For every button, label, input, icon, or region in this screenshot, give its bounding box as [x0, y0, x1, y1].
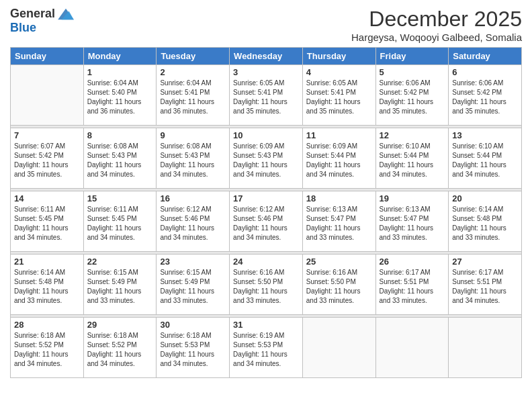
day-number: 25 [306, 257, 372, 267]
calendar-cell: 20Sunrise: 6:14 AM Sunset: 5:48 PM Dayli… [449, 191, 522, 252]
day-number: 1 [87, 67, 153, 77]
calendar-cell: 7Sunrise: 6:07 AM Sunset: 5:42 PM Daylig… [11, 128, 84, 189]
calendar-cell: 26Sunrise: 6:17 AM Sunset: 5:51 PM Dayli… [375, 255, 449, 315]
weekday-header: Saturday [449, 48, 522, 65]
day-info: Sunrise: 6:11 AM Sunset: 5:45 PM Dayligh… [14, 205, 80, 242]
calendar-cell: 14Sunrise: 6:11 AM Sunset: 5:45 PM Dayli… [11, 191, 84, 252]
logo-blue-text: Blue [10, 21, 36, 35]
day-info: Sunrise: 6:04 AM Sunset: 5:40 PM Dayligh… [87, 79, 153, 116]
weekday-header: Thursday [302, 48, 375, 65]
day-number: 27 [452, 257, 518, 267]
day-number: 23 [160, 257, 226, 267]
weekday-header: Sunday [11, 48, 84, 65]
day-number: 30 [160, 320, 226, 330]
calendar-week-row: 7Sunrise: 6:07 AM Sunset: 5:42 PM Daylig… [11, 128, 522, 189]
day-number: 28 [14, 320, 80, 330]
subtitle: Hargeysa, Woqooyi Galbeed, Somalia [351, 32, 522, 43]
day-number: 24 [233, 257, 299, 267]
day-number: 21 [14, 257, 80, 267]
day-info: Sunrise: 6:05 AM Sunset: 5:41 PM Dayligh… [306, 79, 372, 116]
day-info: Sunrise: 6:10 AM Sunset: 5:44 PM Dayligh… [380, 142, 445, 179]
day-info: Sunrise: 6:19 AM Sunset: 5:53 PM Dayligh… [233, 331, 299, 369]
calendar-cell: 22Sunrise: 6:15 AM Sunset: 5:49 PM Dayli… [83, 255, 157, 315]
day-info: Sunrise: 6:08 AM Sunset: 5:43 PM Dayligh… [87, 142, 153, 179]
weekday-header: Friday [375, 48, 449, 65]
day-info: Sunrise: 6:12 AM Sunset: 5:46 PM Dayligh… [233, 205, 299, 242]
calendar-cell: 12Sunrise: 6:10 AM Sunset: 5:44 PM Dayli… [375, 128, 449, 189]
calendar-cell: 11Sunrise: 6:09 AM Sunset: 5:44 PM Dayli… [302, 128, 375, 189]
weekday-header: Tuesday [157, 48, 230, 65]
calendar-cell: 27Sunrise: 6:17 AM Sunset: 5:51 PM Dayli… [449, 255, 522, 315]
title-area: December 2025 Hargeysa, Woqooyi Galbeed,… [351, 7, 522, 43]
calendar-cell: 28Sunrise: 6:18 AM Sunset: 5:52 PM Dayli… [11, 318, 84, 378]
calendar-cell: 9Sunrise: 6:08 AM Sunset: 5:43 PM Daylig… [157, 128, 230, 189]
calendar-cell [375, 318, 449, 378]
day-info: Sunrise: 6:18 AM Sunset: 5:52 PM Dayligh… [14, 331, 80, 369]
calendar-cell [302, 318, 375, 378]
day-info: Sunrise: 6:18 AM Sunset: 5:52 PM Dayligh… [87, 331, 153, 369]
day-info: Sunrise: 6:16 AM Sunset: 5:50 PM Dayligh… [306, 268, 372, 306]
calendar-cell: 10Sunrise: 6:09 AM Sunset: 5:43 PM Dayli… [230, 128, 303, 189]
day-info: Sunrise: 6:13 AM Sunset: 5:47 PM Dayligh… [306, 205, 372, 242]
day-number: 3 [233, 67, 299, 77]
day-number: 8 [87, 130, 153, 140]
calendar-cell: 24Sunrise: 6:16 AM Sunset: 5:50 PM Dayli… [230, 255, 303, 315]
day-info: Sunrise: 6:17 AM Sunset: 5:51 PM Dayligh… [380, 268, 445, 306]
day-number: 22 [87, 257, 153, 267]
day-number: 18 [306, 193, 372, 203]
calendar-cell: 2Sunrise: 6:04 AM Sunset: 5:41 PM Daylig… [157, 65, 230, 126]
logo-general-text: General [10, 7, 55, 21]
day-info: Sunrise: 6:06 AM Sunset: 5:42 PM Dayligh… [380, 79, 445, 116]
calendar-cell: 30Sunrise: 6:18 AM Sunset: 5:53 PM Dayli… [157, 318, 230, 378]
calendar-cell: 17Sunrise: 6:12 AM Sunset: 5:46 PM Dayli… [230, 191, 303, 252]
calendar-cell: 3Sunrise: 6:05 AM Sunset: 5:41 PM Daylig… [230, 65, 303, 126]
calendar-cell: 5Sunrise: 6:06 AM Sunset: 5:42 PM Daylig… [375, 65, 449, 126]
calendar-cell: 6Sunrise: 6:06 AM Sunset: 5:42 PM Daylig… [449, 65, 522, 126]
day-number: 14 [14, 193, 80, 203]
calendar-cell: 18Sunrise: 6:13 AM Sunset: 5:47 PM Dayli… [302, 191, 375, 252]
calendar-cell: 4Sunrise: 6:05 AM Sunset: 5:41 PM Daylig… [302, 65, 375, 126]
day-number: 26 [380, 257, 445, 267]
day-number: 12 [380, 130, 445, 140]
day-number: 6 [452, 67, 518, 77]
weekday-header: Monday [83, 48, 157, 65]
calendar-cell: 29Sunrise: 6:18 AM Sunset: 5:52 PM Dayli… [83, 318, 157, 378]
day-info: Sunrise: 6:05 AM Sunset: 5:41 PM Dayligh… [233, 79, 299, 116]
calendar-cell: 16Sunrise: 6:12 AM Sunset: 5:46 PM Dayli… [157, 191, 230, 252]
day-info: Sunrise: 6:17 AM Sunset: 5:51 PM Dayligh… [452, 268, 518, 306]
day-number: 29 [87, 320, 153, 330]
day-info: Sunrise: 6:15 AM Sunset: 5:49 PM Dayligh… [160, 268, 226, 306]
day-info: Sunrise: 6:08 AM Sunset: 5:43 PM Dayligh… [160, 142, 226, 179]
day-number: 2 [160, 67, 226, 77]
day-number: 5 [380, 67, 445, 77]
logo: General Blue [10, 7, 75, 35]
header-row: SundayMondayTuesdayWednesdayThursdayFrid… [11, 48, 522, 65]
calendar-cell: 13Sunrise: 6:10 AM Sunset: 5:44 PM Dayli… [449, 128, 522, 189]
calendar-cell: 1Sunrise: 6:04 AM Sunset: 5:40 PM Daylig… [83, 65, 157, 126]
calendar-week-row: 21Sunrise: 6:14 AM Sunset: 5:48 PM Dayli… [11, 255, 522, 315]
day-info: Sunrise: 6:07 AM Sunset: 5:42 PM Dayligh… [14, 142, 80, 179]
weekday-header: Wednesday [230, 48, 303, 65]
header: General Blue December 2025 Hargeysa, Woq… [10, 7, 522, 43]
calendar-cell: 23Sunrise: 6:15 AM Sunset: 5:49 PM Dayli… [157, 255, 230, 315]
day-info: Sunrise: 6:18 AM Sunset: 5:53 PM Dayligh… [160, 331, 226, 369]
main-title: December 2025 [351, 7, 522, 32]
day-number: 4 [306, 67, 372, 77]
day-info: Sunrise: 6:09 AM Sunset: 5:43 PM Dayligh… [233, 142, 299, 179]
day-info: Sunrise: 6:15 AM Sunset: 5:49 PM Dayligh… [87, 268, 153, 306]
calendar-cell: 8Sunrise: 6:08 AM Sunset: 5:43 PM Daylig… [83, 128, 157, 189]
day-number: 7 [14, 130, 80, 140]
calendar-cell: 25Sunrise: 6:16 AM Sunset: 5:50 PM Dayli… [302, 255, 375, 315]
day-number: 31 [233, 320, 299, 330]
day-info: Sunrise: 6:13 AM Sunset: 5:47 PM Dayligh… [380, 205, 445, 242]
day-info: Sunrise: 6:11 AM Sunset: 5:45 PM Dayligh… [87, 205, 153, 242]
day-number: 13 [452, 130, 518, 140]
day-number: 20 [452, 193, 518, 203]
calendar-cell: 31Sunrise: 6:19 AM Sunset: 5:53 PM Dayli… [230, 318, 303, 378]
day-info: Sunrise: 6:10 AM Sunset: 5:44 PM Dayligh… [452, 142, 518, 179]
calendar-week-row: 1Sunrise: 6:04 AM Sunset: 5:40 PM Daylig… [11, 65, 522, 126]
day-info: Sunrise: 6:16 AM Sunset: 5:50 PM Dayligh… [233, 268, 299, 306]
calendar-week-row: 14Sunrise: 6:11 AM Sunset: 5:45 PM Dayli… [11, 191, 522, 252]
day-info: Sunrise: 6:14 AM Sunset: 5:48 PM Dayligh… [452, 205, 518, 242]
day-info: Sunrise: 6:12 AM Sunset: 5:46 PM Dayligh… [160, 205, 226, 242]
